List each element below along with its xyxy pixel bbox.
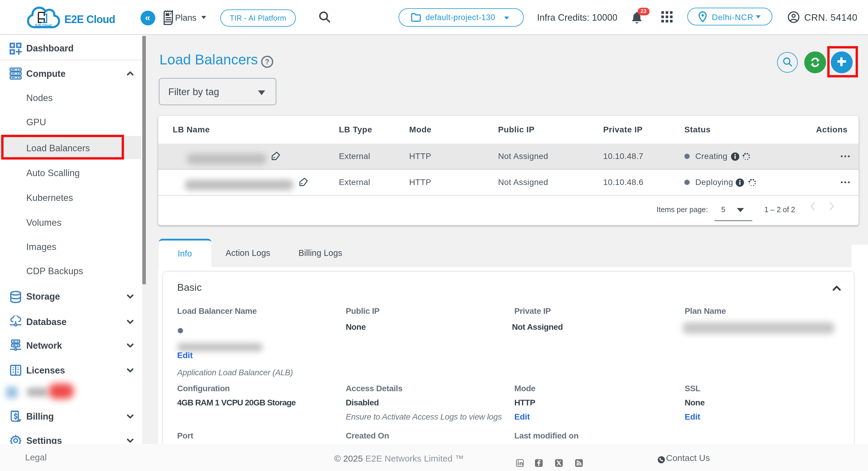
svg-text:E2E Cloud: E2E Cloud bbox=[35, 23, 51, 27]
svg-text:?: ? bbox=[265, 57, 269, 66]
